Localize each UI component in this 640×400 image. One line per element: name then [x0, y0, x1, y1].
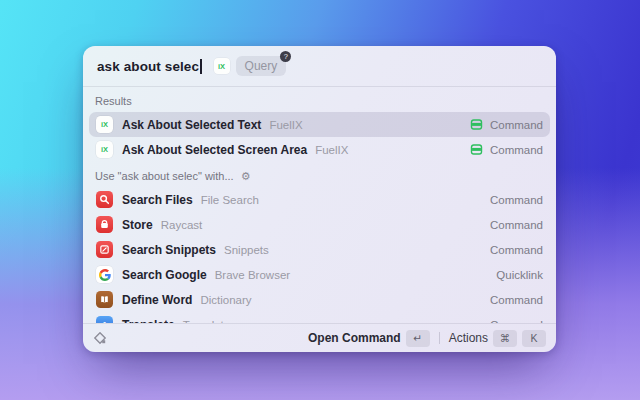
- footer-divider: [439, 332, 440, 344]
- row-title: Search Files: [122, 193, 193, 207]
- row-title: Search Google: [122, 268, 207, 282]
- row-subtitle: Brave Browser: [215, 269, 290, 281]
- section-title: Use "ask about selec" with...: [95, 170, 234, 182]
- row-title: Store: [122, 218, 153, 232]
- store-icon: [96, 216, 113, 233]
- row-subtitle: File Search: [201, 194, 259, 206]
- snippets-icon: [96, 241, 113, 258]
- fuelix-icon: iX: [214, 58, 230, 74]
- file-search-icon: [96, 191, 113, 208]
- text-cursor: [200, 59, 202, 74]
- dictionary-icon: [96, 291, 113, 308]
- search-input[interactable]: ask about selec: [97, 59, 199, 74]
- row-accessory-label: Command: [490, 219, 543, 231]
- list-item-search-files[interactable]: Search Files File Search Command: [89, 187, 550, 212]
- fuelix-icon: iX: [96, 141, 113, 158]
- list-item-ask-about-selected-screen-area[interactable]: iX Ask About Selected Screen Area FuelIX…: [89, 137, 550, 162]
- row-title: Ask About Selected Text: [122, 118, 261, 132]
- translator-icon: A: [96, 316, 113, 323]
- action-bar: Open Command ↵ Actions ⌘ K: [83, 323, 556, 352]
- row-subtitle: FuelIX: [269, 119, 302, 131]
- row-subtitle: Raycast: [161, 219, 203, 231]
- command-accessory-icon: [470, 143, 483, 156]
- google-icon: [96, 266, 113, 283]
- list-item-define-word[interactable]: Define Word Dictionary Command: [89, 287, 550, 312]
- launcher-window: ask about selec iX Query ? Results iX As…: [83, 46, 556, 352]
- fuelix-icon: iX: [96, 116, 113, 133]
- search-bar[interactable]: ask about selec iX Query ?: [83, 46, 556, 87]
- row-accessory-label: Quicklink: [496, 269, 543, 281]
- section-title: Results: [95, 95, 132, 107]
- gear-icon[interactable]: ⚙: [241, 171, 251, 182]
- help-badge[interactable]: ?: [280, 51, 291, 62]
- list-item-store[interactable]: Store Raycast Command: [89, 212, 550, 237]
- row-title: Ask About Selected Screen Area: [122, 143, 307, 157]
- section-header-results: Results: [89, 87, 550, 112]
- row-title: Define Word: [122, 293, 192, 307]
- list-item-search-snippets[interactable]: Search Snippets Snippets Command: [89, 237, 550, 262]
- row-subtitle: Dictionary: [200, 294, 251, 306]
- open-command-button[interactable]: Open Command ↵: [308, 330, 430, 347]
- cmd-key-icon: ⌘: [493, 330, 517, 347]
- row-accessory-label: Command: [490, 144, 543, 156]
- row-accessory-label: Command: [490, 194, 543, 206]
- list-item-ask-about-selected-text[interactable]: iX Ask About Selected Text FuelIX Comman…: [89, 112, 550, 137]
- row-accessory-label: Command: [490, 119, 543, 131]
- actions-label: Actions: [449, 331, 488, 345]
- row-accessory-label: Command: [490, 294, 543, 306]
- section-header-use-with: Use "ask about selec" with... ⚙: [89, 162, 550, 187]
- row-subtitle: Snippets: [224, 244, 269, 256]
- list-item-search-google[interactable]: Search Google Brave Browser Quicklink: [89, 262, 550, 287]
- results-list[interactable]: Results iX Ask About Selected Text FuelI…: [83, 87, 556, 323]
- k-key-icon: K: [522, 330, 546, 347]
- query-placeholder: Query: [245, 59, 278, 73]
- command-accessory-icon: [470, 118, 483, 131]
- row-subtitle: FuelIX: [315, 144, 348, 156]
- actions-button[interactable]: Actions ⌘ K: [449, 330, 546, 347]
- row-title: Search Snippets: [122, 243, 216, 257]
- return-key-icon: ↵: [406, 330, 430, 347]
- open-command-label: Open Command: [308, 331, 401, 345]
- row-accessory-label: Command: [490, 244, 543, 256]
- query-argument-field[interactable]: Query ?: [236, 56, 287, 76]
- raycast-logo-icon: [93, 331, 107, 345]
- list-item-translate[interactable]: A Translate Translator Command: [89, 312, 550, 323]
